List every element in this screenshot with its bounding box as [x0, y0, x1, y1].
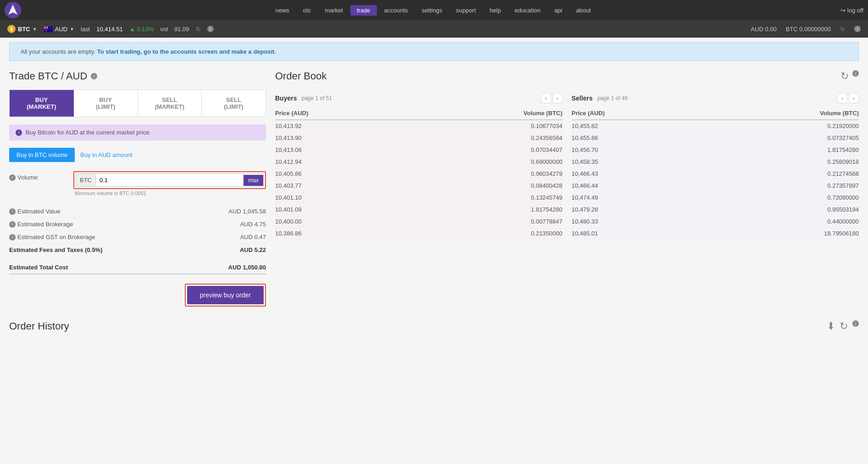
- nav-trade[interactable]: trade: [350, 5, 377, 16]
- trade-info-icon[interactable]: i: [91, 73, 97, 79]
- toggle-btc-volume[interactable]: Buy in BTC volume: [9, 148, 75, 162]
- ticker-info-icon[interactable]: i: [207, 26, 214, 32]
- toggle-aud-amount[interactable]: Buy in AUD amount: [80, 151, 132, 158]
- seller-price: 10,455.86: [572, 134, 715, 141]
- est-gst-info-icon[interactable]: i: [9, 234, 16, 240]
- order-tabs: BUY(MARKET) BUY(LIMIT) SELL(MARKET) SELL…: [9, 89, 266, 117]
- logo[interactable]: [5, 2, 21, 18]
- seller-volume: 0.44000000: [715, 218, 859, 225]
- table-row: 10,480.330.44000000: [572, 216, 859, 228]
- balance-info-icon[interactable]: i: [854, 26, 861, 32]
- est-value-info-icon[interactable]: i: [9, 208, 16, 215]
- seller-volume: 0.72090000: [715, 194, 859, 201]
- nav-help[interactable]: help: [483, 5, 508, 16]
- tab-sell-limit[interactable]: SELL(LIMIT): [202, 90, 265, 117]
- table-row: 10,403.770.08400428: [275, 180, 563, 192]
- nav-right: ↪ log off: [840, 7, 863, 14]
- table-row: 10,405.860.96034279: [275, 168, 563, 180]
- tab-buy-limit[interactable]: BUY(LIMIT): [74, 90, 138, 117]
- estimate-section: i Estimated Value AUD 1,045.58 i Estimat…: [9, 205, 266, 274]
- info-box-icon: i: [16, 129, 22, 136]
- vol-label: vol: [160, 26, 168, 33]
- nav-otc[interactable]: otc: [297, 5, 317, 16]
- total-label: Estimated Total Cost: [9, 264, 68, 271]
- sellers-pagination: ‹ ›: [837, 93, 859, 103]
- alert-link[interactable]: To start trading, go to the accounts scr…: [97, 48, 276, 55]
- buyers-next-btn[interactable]: ›: [553, 93, 563, 103]
- buyer-volume: 0.21350000: [419, 230, 562, 237]
- buyer-volume: 0.10677034: [419, 123, 562, 129]
- buyer-volume: 0.24356584: [419, 134, 562, 141]
- aud-label[interactable]: AUD: [55, 26, 67, 33]
- buyers-price-col: Price (AUD): [275, 110, 419, 117]
- order-book-info-icon[interactable]: i: [852, 70, 859, 77]
- download-icon[interactable]: ⬇: [827, 320, 835, 332]
- btc-ticker: ₿ BTC ▼: [7, 25, 37, 33]
- fees-total-row: Estimated Fees and Taxes (0.5%) AUD 5.22: [9, 244, 266, 257]
- seller-price: 10,474.49: [572, 194, 715, 201]
- tab-sell-market[interactable]: SELL(MARKET): [138, 90, 202, 117]
- seller-price: 10,480.33: [572, 218, 715, 225]
- volume-input[interactable]: [96, 174, 243, 186]
- estimated-value: AUD 1,045.58: [228, 208, 266, 215]
- left-panel: Trade BTC / AUD i BUY(MARKET) BUY(LIMIT)…: [9, 70, 266, 307]
- est-brok-info-icon[interactable]: i: [9, 221, 16, 228]
- buyers-rows: 10,413.920.1067703410,413.900.2435658410…: [275, 120, 563, 240]
- seller-volume: 0.07327405: [715, 134, 859, 141]
- vol-value: 91.09: [174, 26, 189, 33]
- max-button[interactable]: max: [243, 175, 263, 186]
- preview-btn-outer: preview buy order: [185, 284, 266, 307]
- buyer-volume: 0.69000000: [419, 158, 562, 165]
- nav-education[interactable]: education: [508, 5, 547, 16]
- nav-support[interactable]: support: [449, 5, 482, 16]
- seller-volume: 0.27357897: [715, 182, 859, 189]
- volume-info-icon[interactable]: i: [9, 174, 16, 181]
- table-row: 10,412.940.69000000: [275, 156, 563, 168]
- buyer-price: 10,413.08: [275, 146, 419, 153]
- volume-row: i Volume: BTC max Minimum volume is BTC …: [9, 171, 266, 196]
- seller-price: 10,458.35: [572, 158, 715, 165]
- order-history-info-icon[interactable]: i: [852, 320, 859, 327]
- estimated-brokerage-row: i Estimated Brokerage AUD 4.75: [9, 218, 266, 231]
- right-panel: Order Book ↻ i Buyers page 1 of 51 ‹ ›: [275, 70, 859, 307]
- preview-btn-wrapper: preview buy order: [9, 284, 266, 307]
- nav-api[interactable]: api: [548, 5, 569, 16]
- seller-price: 10,455.82: [572, 123, 715, 129]
- buyer-price: 10,401.10: [275, 194, 419, 201]
- sellers-next-btn[interactable]: ›: [849, 93, 859, 103]
- table-row: 10,400.000.00778847: [275, 216, 563, 228]
- nav-about[interactable]: about: [569, 5, 597, 16]
- aud-dropdown-arrow[interactable]: ▼: [70, 27, 74, 32]
- estimated-gst: AUD 0.47: [240, 234, 266, 240]
- trade-section-title: Trade BTC / AUD i: [9, 70, 266, 82]
- logoff-button[interactable]: ↪ log off: [840, 7, 863, 14]
- nav-settings[interactable]: settings: [415, 5, 449, 16]
- last-price: 10,414.51: [96, 26, 123, 33]
- order-book-refresh-icon[interactable]: ↻: [840, 70, 849, 82]
- btc-label[interactable]: BTC: [18, 26, 30, 33]
- aud-flag: 🇦🇺: [44, 25, 53, 34]
- nav-market[interactable]: market: [318, 5, 349, 16]
- buy-toggle: Buy in BTC volume Buy in AUD amount: [9, 148, 266, 162]
- tab-buy-market[interactable]: BUY(MARKET): [10, 90, 74, 117]
- btc-dropdown-arrow[interactable]: ▼: [33, 27, 37, 32]
- total-value: AUD 1,050.80: [228, 264, 266, 271]
- trade-title: Trade BTC / AUD: [9, 70, 87, 82]
- nav-accounts[interactable]: accounts: [378, 5, 415, 16]
- table-row: 10,479.280.95503194: [572, 204, 859, 216]
- buyers-prev-btn[interactable]: ‹: [541, 93, 551, 103]
- order-book-title: Order Book ↻ i: [275, 70, 859, 82]
- sellers-price-col: Price (AUD): [572, 110, 715, 117]
- volume-input-wrapper: BTC max: [73, 171, 266, 189]
- refresh-icon[interactable]: ↻: [196, 26, 201, 33]
- nav-news[interactable]: news: [269, 5, 296, 16]
- buyer-price: 10,413.92: [275, 123, 419, 129]
- main-content: Trade BTC / AUD i BUY(MARKET) BUY(LIMIT)…: [0, 66, 868, 316]
- preview-buy-order-button[interactable]: preview buy order: [187, 286, 264, 304]
- sellers-prev-btn[interactable]: ‹: [837, 93, 847, 103]
- refresh-icon[interactable]: ↻: [840, 320, 848, 332]
- sellers-table: Sellers page 1 of 46 ‹ › Price (AUD) Vol…: [572, 89, 859, 240]
- balance-refresh-icon[interactable]: ↻: [840, 26, 845, 33]
- buyer-price: 10,401.09: [275, 206, 419, 213]
- buyer-volume: 0.96034279: [419, 170, 562, 177]
